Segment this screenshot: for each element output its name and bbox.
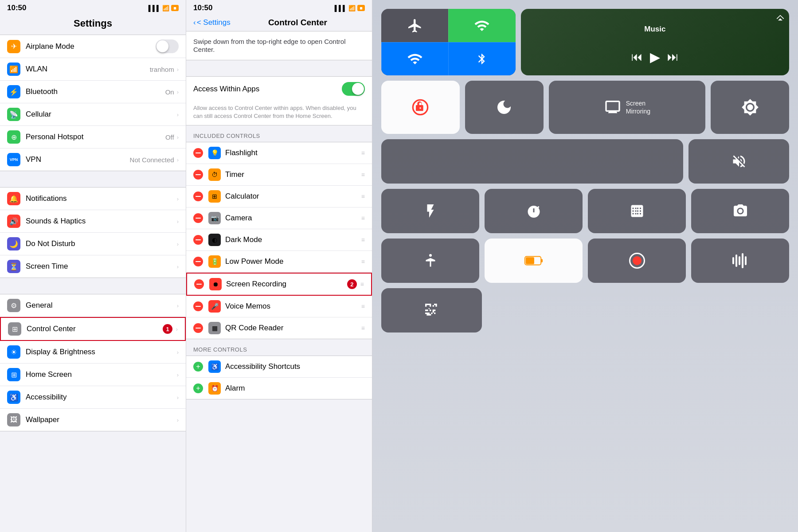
control-row-lowpower[interactable]: 🔋 Low Power Mode ≡ (186, 251, 372, 273)
airplay-icon[interactable] (776, 12, 785, 23)
voicememos-drag[interactable]: ≡ (361, 303, 365, 310)
music-tile[interactable]: Music ⏮ ▶ ⏭ (521, 9, 789, 75)
add-accshortcuts-btn[interactable]: + (193, 362, 203, 372)
settings-row-sounds[interactable]: 🔊 Sounds & Haptics › (0, 210, 186, 233)
control-row-camera[interactable]: 📷 Camera ≡ (186, 207, 372, 229)
settings-row-homescreen[interactable]: ⊞ Home Screen › (0, 364, 186, 386)
flashlight-tile-icon (422, 203, 438, 219)
camera-tile[interactable] (691, 189, 789, 233)
brightness-tile[interactable] (711, 81, 789, 134)
remove-flashlight-btn[interactable] (193, 148, 203, 158)
wifi-tile[interactable] (381, 42, 448, 75)
play-button[interactable]: ▶ (650, 49, 660, 65)
remove-lowpower-btn[interactable] (193, 257, 203, 266)
cellular-tile[interactable] (448, 9, 515, 42)
darkmode-icon: ◐ (208, 234, 221, 246)
next-button[interactable]: ⏭ (667, 50, 679, 64)
access-within-apps-row[interactable]: Access Within Apps (186, 76, 372, 101)
settings-row-controlcenter[interactable]: ⊞ Control Center 1 › (0, 317, 186, 341)
battery-icon: ■ (171, 5, 179, 11)
back-button[interactable]: ‹ < Settings (193, 18, 231, 27)
portrait-lock-tile[interactable] (381, 81, 460, 134)
mute-tile[interactable] (688, 139, 789, 184)
settings-row-vpn[interactable]: VPN VPN Not Connected › (0, 149, 186, 171)
camera-drag[interactable]: ≡ (361, 215, 365, 222)
accessibility-shortcuts-tile[interactable] (381, 239, 479, 283)
control-row-timer[interactable]: ⏱ Timer ≡ (186, 164, 372, 186)
airplane-mode-tile[interactable] (381, 9, 448, 42)
do-not-disturb-tile[interactable] (465, 81, 544, 134)
timer-drag[interactable]: ≡ (361, 171, 365, 178)
settings-row-cellular[interactable]: 📡 Cellular › (0, 103, 186, 126)
timer-tile[interactable] (485, 189, 583, 233)
qrreader-drag[interactable]: ≡ (361, 325, 365, 332)
lowpower-drag[interactable]: ≡ (361, 258, 365, 265)
bluetooth-tile-icon (476, 53, 488, 65)
settings-row-bluetooth[interactable]: ⚡ Bluetooth On › (0, 81, 186, 103)
display-label: Display & Brightness (26, 348, 177, 356)
control-row-accshortcuts[interactable]: + ♿ Accessibility Shortcuts (186, 356, 372, 378)
notifications-icon: 🔔 (7, 192, 20, 205)
more-controls-header: MORE CONTROLS (186, 339, 372, 356)
access-within-apps-toggle[interactable] (342, 82, 365, 96)
settings-panel: 10:50 ▌▌▌ 📶 ■ Settings ✈ Airplane Mode 📶… (0, 0, 186, 532)
remove-camera-btn[interactable] (193, 213, 203, 223)
remove-qrreader-btn[interactable] (193, 323, 203, 333)
control-row-calculator[interactable]: ⊞ Calculator ≡ (186, 186, 372, 207)
remove-timer-btn[interactable] (193, 170, 203, 180)
settings-row-wallpaper[interactable]: 🖼 Wallpaper › (0, 409, 186, 431)
remove-voicememos-btn[interactable] (193, 301, 203, 311)
settings-row-display[interactable]: ☀ Display & Brightness › (0, 341, 186, 364)
accessibility-chevron: › (177, 394, 179, 401)
settings-row-wlan[interactable]: 📶 WLAN tranhom › (0, 58, 186, 81)
control-row-qrreader[interactable]: ▦ QR Code Reader ≡ (186, 317, 372, 339)
screen-mirroring-tile[interactable]: ScreenMirroring (549, 81, 706, 134)
alarm-label: Alarm (225, 384, 365, 393)
soundwave-tile[interactable] (691, 239, 789, 283)
timer-icon: ⏱ (208, 168, 221, 181)
flashlight-tile[interactable] (381, 189, 479, 233)
settings-row-general[interactable]: ⚙ General › (0, 294, 186, 317)
settings-row-accessibility[interactable]: ♿ Accessibility › (0, 386, 186, 409)
calculator-drag[interactable]: ≡ (361, 193, 365, 200)
control-row-voicememos[interactable]: 🎤 Voice Memos ≡ (186, 296, 372, 317)
volume-mute-tile[interactable] (381, 139, 683, 184)
bluetooth-tile[interactable] (448, 42, 515, 75)
display-icon: ☀ (7, 345, 20, 359)
qr-reader-tile[interactable] (381, 288, 482, 332)
homescreen-chevron: › (177, 372, 179, 378)
control-row-darkmode[interactable]: ◐ Dark Mode ≡ (186, 229, 372, 251)
hotspot-icon: ⊕ (7, 130, 20, 144)
prev-button[interactable]: ⏮ (631, 50, 643, 64)
remove-calculator-btn[interactable] (193, 192, 203, 201)
general-chevron: › (177, 302, 179, 309)
settings-row-airplane[interactable]: ✈ Airplane Mode (0, 35, 186, 58)
cc-row-1: Music ⏮ ▶ ⏭ (381, 9, 789, 75)
back-label[interactable]: < Settings (197, 18, 231, 27)
low-power-tile[interactable] (485, 239, 583, 283)
bluetooth-value: On (165, 88, 174, 96)
hint-text: Swipe down from the top-right edge to op… (193, 38, 346, 53)
music-title: Music (644, 25, 665, 34)
screenrecording-drag[interactable]: ≡ (360, 281, 364, 288)
settings-row-hotspot[interactable]: ⊕ Personal Hotspot Off › (0, 126, 186, 149)
add-alarm-btn[interactable]: + (193, 383, 203, 393)
settings-row-notifications[interactable]: 🔔 Notifications › (0, 188, 186, 210)
screen-recording-tile[interactable] (588, 239, 686, 283)
signal-icon: ▌▌▌ (149, 5, 161, 12)
cc-row-6 (381, 288, 789, 332)
settings-row-dnd[interactable]: 🌙 Do Not Disturb › (0, 233, 186, 255)
remove-screenrecording-btn[interactable] (194, 279, 204, 289)
control-row-screenrecording[interactable]: ⏺ Screen Recording 2 ≡ (186, 273, 372, 296)
more-controls-list: + ♿ Accessibility Shortcuts + ⏰ Alarm (186, 356, 372, 399)
control-row-flashlight[interactable]: 💡 Flashlight ≡ (186, 142, 372, 164)
control-row-alarm[interactable]: + ⏰ Alarm (186, 378, 372, 399)
darkmode-drag[interactable]: ≡ (361, 236, 365, 243)
svg-rect-5 (525, 257, 534, 264)
flashlight-drag[interactable]: ≡ (361, 149, 365, 156)
calculator-tile[interactable] (588, 189, 686, 233)
remove-darkmode-btn[interactable] (193, 235, 203, 245)
control-center-panel: 10:50 ▌▌▌ 📶 ■ ‹ < Settings Control Cente… (186, 0, 372, 532)
airplane-toggle[interactable] (156, 39, 179, 53)
settings-row-screentime[interactable]: ⏳ Screen Time › (0, 255, 186, 278)
